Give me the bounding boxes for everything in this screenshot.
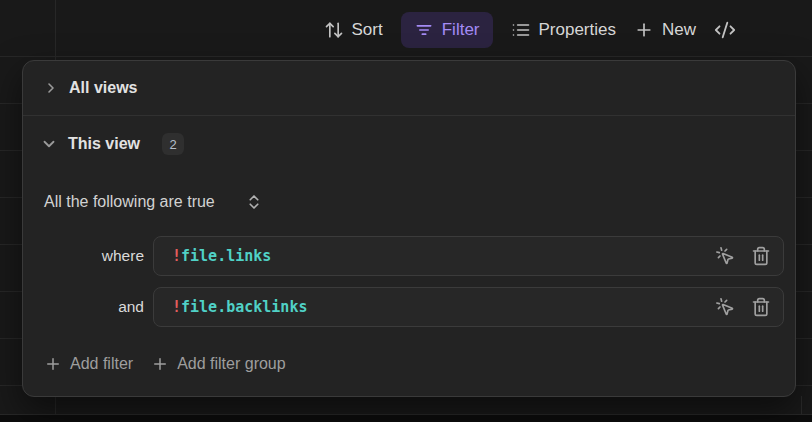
filter-row-and: and !file.backlinks [23, 287, 795, 327]
plus-icon [44, 355, 62, 373]
filter-join-label: where [23, 236, 144, 276]
this-view-label: This view [68, 135, 140, 153]
background-column-divider-right [801, 396, 802, 416]
properties-button[interactable]: Properties [511, 20, 616, 40]
this-view-section-header[interactable]: This view 2 [23, 122, 795, 166]
filter-button[interactable]: Filter [401, 12, 493, 48]
add-filter-label: Add filter [70, 355, 133, 373]
conjunction-label: All the following are true [44, 193, 215, 211]
pointer-click-icon[interactable] [715, 297, 735, 317]
expression-operator: ! [172, 247, 181, 265]
sort-button-label: Sort [352, 20, 383, 40]
plus-icon [151, 355, 169, 373]
expression-value: file.backlinks [181, 298, 307, 316]
view-toolbar: Sort Filter Properties New [0, 0, 812, 60]
background-bottom-bar [0, 414, 812, 422]
filter-expression-code: !file.backlinks [172, 298, 715, 316]
pointer-click-icon[interactable] [715, 246, 735, 266]
plus-icon [634, 20, 654, 40]
new-button[interactable]: New [634, 20, 696, 40]
sort-button[interactable]: Sort [324, 20, 383, 40]
code-xml-icon [714, 19, 736, 41]
expression-value: file.links [181, 247, 271, 265]
chevrons-up-down-icon[interactable] [245, 193, 263, 211]
chevron-right-icon [43, 80, 59, 96]
filter-expression-input[interactable]: !file.links [153, 236, 784, 276]
properties-button-label: Properties [539, 20, 616, 40]
filter-popup: All views This view 2 All the following … [22, 60, 796, 397]
trash-icon[interactable] [751, 297, 771, 317]
filter-row-actions [715, 246, 771, 266]
filter-count-badge: 2 [162, 133, 184, 155]
section-divider [23, 115, 795, 116]
new-button-label: New [662, 20, 696, 40]
all-views-section-header[interactable]: All views [23, 65, 795, 111]
filter-join-label: and [23, 287, 144, 327]
trash-icon[interactable] [751, 246, 771, 266]
filter-lines-icon [414, 20, 434, 40]
add-filter-group-button[interactable]: Add filter group [151, 355, 286, 373]
filter-button-label: Filter [442, 20, 480, 40]
filter-footer: Add filter Add filter group [23, 342, 795, 386]
filter-row-where: where !file.links [23, 236, 795, 276]
conjunction-row: All the following are true [23, 181, 795, 223]
filter-expression-code: !file.links [172, 247, 715, 265]
expression-operator: ! [172, 298, 181, 316]
list-icon [511, 20, 531, 40]
add-filter-group-label: Add filter group [177, 355, 286, 373]
filter-row-actions [715, 297, 771, 317]
arrow-up-down-icon [324, 20, 344, 40]
filter-expression-input[interactable]: !file.backlinks [153, 287, 784, 327]
chevron-down-icon [40, 135, 58, 153]
add-filter-button[interactable]: Add filter [44, 355, 133, 373]
all-views-label: All views [69, 79, 137, 97]
code-view-button[interactable] [714, 19, 736, 41]
